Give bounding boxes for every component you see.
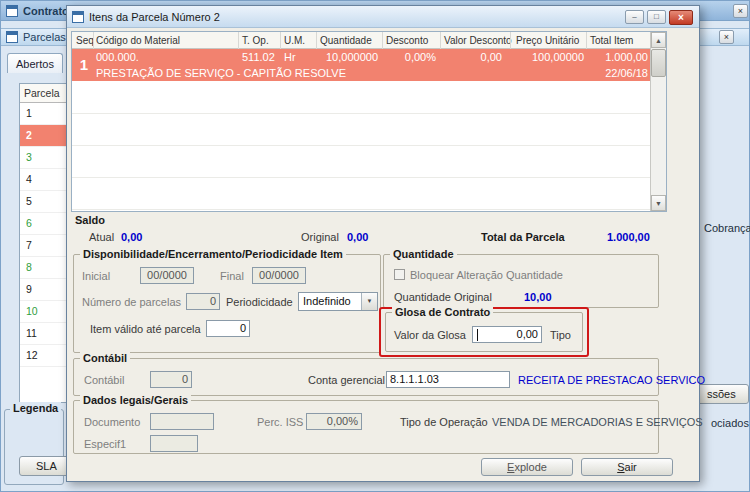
group-quantidade-title: Quantidade <box>390 248 457 260</box>
parcela-row[interactable]: 5 <box>20 191 68 213</box>
parcela-row[interactable]: 11 <box>20 323 68 345</box>
column-separator <box>586 32 587 49</box>
final-label: Final <box>220 270 244 282</box>
grid-header-quantidade: Quantidade <box>320 35 372 46</box>
grid-header-um: U.M. <box>284 35 305 46</box>
parcela-row[interactable]: 1 <box>20 103 68 125</box>
group-glosa: Glosa de Contrato Valor da Glosa 0,00 Ti… <box>385 312 583 352</box>
cell-data: 22/06/18 <box>572 67 648 79</box>
final-field[interactable]: 00/0000 <box>252 267 306 284</box>
close-icon[interactable]: × <box>719 30 734 44</box>
close-icon[interactable]: × <box>669 10 693 25</box>
explode-button[interactable]: Explode <box>481 458 573 476</box>
contabil-label: Contábil <box>84 374 124 386</box>
especif1-label: Especif1 <box>84 438 126 450</box>
column-separator <box>280 32 281 49</box>
grid-row-selected[interactable]: 1 000.000. 511.02 Hr 10,000000 0,00% 0,0… <box>72 49 652 81</box>
grid-header-desconto: Desconto <box>386 35 428 46</box>
parcela-row[interactable]: 4 <box>20 169 68 191</box>
parcela-row[interactable]: 9 <box>20 279 68 301</box>
item-valido-field[interactable]: 0 <box>206 320 250 337</box>
documento-label: Documento <box>84 416 140 428</box>
dialog-titlebar[interactable]: Itens da Parcela Número 2 – □ × <box>67 6 699 28</box>
scroll-down-icon[interactable]: ▼ <box>651 195 666 211</box>
item-valido-label: Item válido até parcela <box>90 323 201 335</box>
grid-header-total-item: Total Item <box>590 35 633 46</box>
grid-scrollbar[interactable]: ▲ ▼ <box>650 32 666 211</box>
num-parcelas-label: Número de parcelas <box>82 296 181 308</box>
documento-field[interactable] <box>150 413 214 430</box>
saldo-original-label: Original <box>301 231 339 243</box>
window-controls: – □ × <box>625 10 693 25</box>
num-parcelas-field[interactable]: 0 <box>186 293 220 310</box>
parcela-row-selected[interactable]: 2 <box>20 125 68 147</box>
cell-quantidade: 10,000000 <box>302 51 378 63</box>
parcela-list-header: Parcela <box>20 84 68 103</box>
bloquear-checkbox[interactable] <box>394 269 405 280</box>
ociados-label: ociados <box>711 417 749 429</box>
bloquear-label: Bloquear Alteração Quantidade <box>410 269 563 281</box>
scroll-up-icon[interactable]: ▲ <box>651 32 666 48</box>
especif1-field[interactable] <box>150 435 198 452</box>
cell-top: 511.02 <box>242 51 275 63</box>
close-icon[interactable]: × <box>733 4 748 18</box>
explode-accel: E <box>507 461 514 473</box>
inicial-field[interactable]: 00/0000 <box>140 267 194 284</box>
tipo-operacao-label: Tipo de Operação <box>400 416 488 428</box>
perc-iss-label: Perc. ISS <box>257 416 303 428</box>
explode-label: xplode <box>514 461 546 473</box>
periodicidade-label: Periodicidade <box>226 296 293 308</box>
legenda-title: Legenda <box>10 402 61 414</box>
parcela-row[interactable]: 7 <box>20 235 68 257</box>
quantidade-original-value: 10,00 <box>524 291 552 303</box>
text-cursor <box>477 329 478 341</box>
group-dados-legais-title: Dados legais/Gerais <box>80 394 191 406</box>
grid-row-divider <box>72 209 652 210</box>
parcela-row[interactable]: 3 <box>20 147 68 169</box>
cell-desconto: 0,00% <box>372 51 436 63</box>
tab-abertos[interactable]: Abertos <box>7 53 63 73</box>
cell-descricao: PRESTAÇÃO DE SERVIÇO - CAPITÃO RESOLVE <box>96 67 346 79</box>
group-disponibilidade-title: Disponibilidade/Encerramento/Periodicida… <box>80 248 346 260</box>
cell-um: Hr <box>284 51 296 63</box>
perc-iss-field[interactable]: 0,00% <box>306 413 362 430</box>
itens-parcela-dialog: Itens da Parcela Número 2 – □ × Seq Códi… <box>66 5 700 482</box>
conta-gerencial-field[interactable]: 8.1.1.1.03 <box>386 371 510 388</box>
saldo-atual-label: Atual <box>89 231 114 243</box>
grid-header-top: T. Op. <box>242 35 269 46</box>
column-separator <box>510 32 511 49</box>
inicial-label: Inicial <box>82 270 110 282</box>
sair-button[interactable]: Sair <box>581 458 673 476</box>
contabil-field[interactable]: 0 <box>150 371 192 388</box>
column-separator <box>238 32 239 49</box>
cell-total-item: 1.000,00 <box>572 51 648 63</box>
sair-accel: S <box>617 461 624 473</box>
column-separator <box>440 32 441 49</box>
scroll-thumb[interactable] <box>651 49 666 77</box>
parcela-list: Parcela 1 2 3 4 5 6 7 8 9 10 11 12 <box>19 83 69 403</box>
column-separator <box>93 32 94 49</box>
chevron-down-icon[interactable]: ▼ <box>361 293 377 310</box>
valor-glosa-field[interactable]: 0,00 <box>472 326 542 343</box>
parcela-row[interactable]: 8 <box>20 257 68 279</box>
tipo-label: Tipo <box>550 329 571 341</box>
minimize-icon[interactable]: – <box>625 10 644 24</box>
parcela-row[interactable]: 10 <box>20 301 68 323</box>
maximize-icon[interactable]: □ <box>647 10 666 24</box>
grid-header-seq: Seq <box>76 35 94 46</box>
group-contabil-title: Contábil <box>80 352 130 364</box>
items-grid: Seq Código do Material T. Op. U.M. Quant… <box>71 31 667 212</box>
group-quantidade: Quantidade Bloquear Alteração Quantidade… <box>383 254 659 308</box>
window-icon <box>6 5 18 17</box>
column-separator <box>382 32 383 49</box>
cobranca-label: Cobrança <box>704 222 750 234</box>
group-disponibilidade: Disponibilidade/Encerramento/Periodicida… <box>73 254 381 353</box>
saldo-title: Saldo <box>75 214 105 226</box>
valor-glosa-label: Valor da Glosa <box>394 329 466 341</box>
periodicidade-combo[interactable]: Indefinido ▼ <box>298 292 378 311</box>
parcela-row[interactable]: 6 <box>20 213 68 235</box>
group-contabil: Contábil Contábil 0 Conta gerencial 8.1.… <box>73 358 659 396</box>
parcela-row[interactable]: 12 <box>20 345 68 367</box>
total-parcela-value: 1.000,00 <box>607 231 650 243</box>
quantidade-original-label: Quantidade Original <box>394 291 492 303</box>
